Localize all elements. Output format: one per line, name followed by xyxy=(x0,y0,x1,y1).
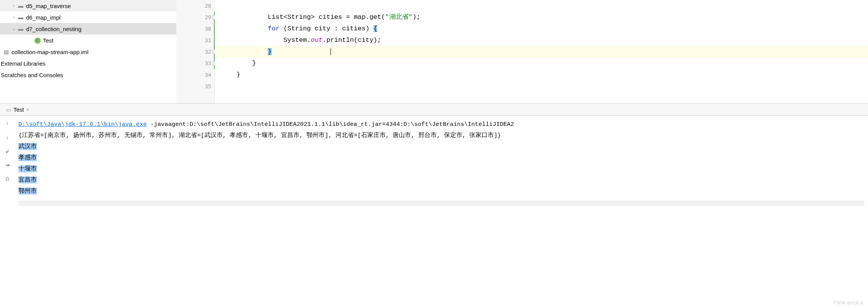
line-number[interactable]: 34 xyxy=(176,69,214,81)
chevron-down-icon[interactable]: ⌄ xyxy=(11,26,17,31)
tree-item-d6[interactable]: › ▬ d6_map_impl xyxy=(0,12,176,23)
folder-icon: ▬ xyxy=(17,14,25,20)
run-tab-test[interactable]: ▭ Test × xyxy=(3,105,33,114)
project-tree[interactable]: › ▬ d5_map_traverse › ▬ d6_map_impl ⌄ ▬ … xyxy=(0,0,176,103)
tree-label: d7_collection_nesting xyxy=(26,26,81,32)
scroll-down-icon[interactable]: ↓ xyxy=(3,133,12,142)
class-icon: C xyxy=(34,37,41,44)
folder-icon: ▬ xyxy=(17,3,25,9)
line-number[interactable]: 31 xyxy=(176,35,214,46)
tree-item-external-libraries[interactable]: External Libraries xyxy=(0,58,176,69)
console-output-line[interactable]: 宜昌市 xyxy=(18,175,864,186)
code-line[interactable]: List<String> cities = map.get("湖北省"); xyxy=(215,12,868,23)
scroll-to-end-icon[interactable]: ⇥ xyxy=(3,160,12,170)
run-config-icon: ▭ xyxy=(6,107,11,113)
console-output-line[interactable]: 孝感市 xyxy=(18,152,864,163)
tree-item-scratches[interactable]: Scratches and Consoles xyxy=(0,69,176,81)
exe-path-link[interactable]: D:\soft\Java\jdk-17.0.1\bin\java.exe xyxy=(18,121,147,128)
tree-item-iml[interactable]: ▤ collection-map-stream-app.iml xyxy=(0,46,176,58)
tree-label: Scratches and Consoles xyxy=(1,72,63,78)
console-output-line[interactable]: 十堰市 xyxy=(18,163,864,175)
tree-item-d5[interactable]: › ▬ d5_map_traverse xyxy=(0,0,176,12)
code-editor[interactable]: List<String> cities = map.get("湖北省"); fo… xyxy=(215,0,868,103)
chevron-right-icon[interactable]: › xyxy=(11,3,17,8)
line-number[interactable]: 35 xyxy=(176,81,214,92)
console-output-line[interactable]: {江苏省=[南京市, 扬州市, 苏州市, 无锡市, 常州市], 湖北省=[武汉市… xyxy=(18,130,864,141)
chevron-right-icon[interactable]: › xyxy=(11,15,17,20)
file-icon: ▤ xyxy=(2,49,10,55)
console-output-line[interactable]: 武汉市 xyxy=(18,141,864,152)
code-line[interactable]: } xyxy=(215,69,868,81)
tree-label: External Libraries xyxy=(1,60,46,67)
console-output-line[interactable]: 鄂州市 xyxy=(18,186,864,197)
console-command-line[interactable]: D:\soft\Java\jdk-17.0.1\bin\java.exe -ja… xyxy=(18,119,864,130)
code-line[interactable] xyxy=(215,0,868,12)
horizontal-scrollbar[interactable] xyxy=(18,201,864,206)
tree-item-test-class[interactable]: C Test xyxy=(0,35,176,46)
code-line[interactable]: for (String city : cities) { xyxy=(215,23,868,35)
text-cursor xyxy=(330,48,331,55)
line-number[interactable]: 28 xyxy=(176,0,214,12)
line-number[interactable]: 32− xyxy=(176,46,214,58)
folder-icon: ▬ xyxy=(17,26,25,32)
line-number[interactable]: 33− xyxy=(176,58,214,69)
tab-label: Test xyxy=(13,106,24,113)
tree-label: d5_map_traverse xyxy=(26,3,71,9)
code-line[interactable] xyxy=(215,81,868,92)
run-tab-bar: ▭ Test × xyxy=(0,104,868,116)
console-toolbar: ↑ ↓ ↲ ⇥ ⎙ xyxy=(0,116,15,307)
tree-label: collection-map-stream-app.iml xyxy=(12,49,89,55)
editor-gutter: 28 29− 30 31 32− 33− 34 35 xyxy=(176,0,215,103)
print-icon[interactable]: ⎙ xyxy=(3,174,12,183)
watermark: CSDN @ZQCJL xyxy=(833,300,864,305)
code-line[interactable]: System.out.println(city); xyxy=(215,35,868,46)
line-number[interactable]: 30 xyxy=(176,23,214,35)
tree-label: d6_map_impl xyxy=(26,14,61,21)
console-output[interactable]: D:\soft\Java\jdk-17.0.1\bin\java.exe -ja… xyxy=(15,116,868,307)
soft-wrap-icon[interactable]: ↲ xyxy=(3,147,12,156)
tree-item-d7[interactable]: ⌄ ▬ d7_collection_nesting xyxy=(0,23,176,35)
line-number[interactable]: 29− xyxy=(176,12,214,23)
close-icon[interactable]: × xyxy=(26,107,30,113)
tree-label: Test xyxy=(43,37,54,44)
code-line[interactable]: } xyxy=(215,58,868,69)
code-line-current[interactable]: } xyxy=(215,46,868,58)
scroll-up-icon[interactable]: ↑ xyxy=(3,119,12,128)
